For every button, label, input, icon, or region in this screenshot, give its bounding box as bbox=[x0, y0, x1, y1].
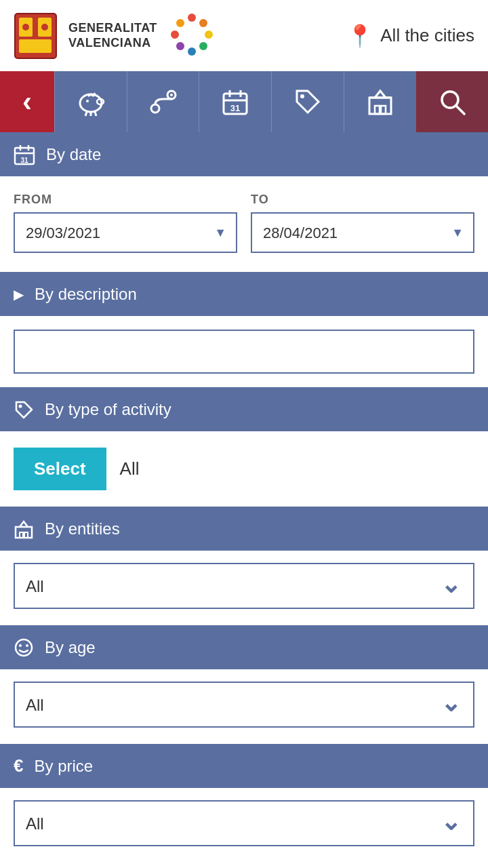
activity-select-button[interactable]: Select bbox=[14, 448, 106, 490]
by-age-label: By age bbox=[45, 638, 96, 657]
navbar: ‹ 31 bbox=[0, 71, 488, 132]
svg-point-11 bbox=[176, 42, 184, 50]
header: GENERALITAT VALENCIANA 📍 All the cities bbox=[0, 0, 488, 71]
from-label: FROM bbox=[14, 193, 237, 207]
building-icon bbox=[365, 87, 395, 117]
svg-point-41 bbox=[19, 404, 22, 408]
by-entities-label: By entities bbox=[45, 519, 120, 538]
by-date-header: 31 By date bbox=[0, 132, 488, 176]
nav-calendar-button[interactable]: 31 bbox=[199, 71, 271, 132]
svg-point-13 bbox=[176, 19, 184, 27]
nav-entities-button[interactable] bbox=[344, 71, 416, 132]
svg-point-6 bbox=[188, 14, 196, 22]
by-activity-header: By type of activity bbox=[0, 387, 488, 431]
calendar-icon: 31 bbox=[220, 87, 250, 117]
activity-tag-icon bbox=[14, 399, 34, 420]
price-select[interactable]: All bbox=[14, 800, 474, 846]
cities-label: All the cities bbox=[380, 25, 474, 46]
to-label: TO bbox=[251, 193, 474, 207]
entities-dropdown-section: All bbox=[0, 551, 488, 625]
activity-row: Select All bbox=[14, 448, 474, 490]
svg-line-17 bbox=[85, 112, 87, 116]
by-entities-header: By entities bbox=[0, 507, 488, 551]
search-icon bbox=[437, 87, 467, 117]
from-date-select[interactable]: 29/03/2021 bbox=[14, 212, 237, 253]
date-section-icon: 31 bbox=[14, 144, 35, 165]
svg-text:31: 31 bbox=[20, 157, 28, 164]
svg-point-8 bbox=[205, 31, 213, 39]
svg-point-16 bbox=[86, 100, 89, 102]
svg-point-46 bbox=[19, 644, 22, 647]
entities-dropdown-wrap: All bbox=[14, 563, 474, 609]
logo-coat-icon bbox=[14, 12, 58, 60]
by-description-label: By description bbox=[35, 285, 137, 304]
svg-rect-32 bbox=[381, 106, 386, 114]
by-price-label: By price bbox=[34, 757, 93, 776]
entities-building-icon bbox=[14, 519, 34, 539]
date-row: FROM 29/03/2021 TO 28/04/2021 bbox=[14, 193, 474, 253]
svg-point-21 bbox=[151, 104, 159, 113]
svg-line-35 bbox=[456, 106, 464, 114]
svg-point-4 bbox=[22, 24, 29, 31]
nav-budget-button[interactable] bbox=[54, 71, 127, 132]
location-pin-icon: 📍 bbox=[346, 23, 373, 49]
header-right: 📍 All the cities bbox=[346, 23, 474, 49]
price-dropdown-section: All bbox=[0, 788, 488, 863]
svg-text:31: 31 bbox=[230, 103, 240, 113]
header-left: GENERALITAT VALENCIANA bbox=[14, 12, 216, 60]
description-arrow-icon: ▶ bbox=[14, 286, 24, 302]
svg-point-15 bbox=[97, 99, 104, 104]
svg-line-19 bbox=[95, 112, 96, 116]
svg-point-5 bbox=[41, 24, 48, 31]
from-date-wrap: 29/03/2021 bbox=[14, 212, 237, 253]
by-activity-label: By type of activity bbox=[45, 400, 171, 419]
svg-point-9 bbox=[199, 42, 207, 50]
svg-point-7 bbox=[199, 19, 207, 27]
from-col: FROM 29/03/2021 bbox=[14, 193, 237, 253]
search-section: SEARCH bbox=[0, 863, 488, 868]
by-price-header: € By price bbox=[0, 744, 488, 788]
logo-line1: GENERALITAT bbox=[68, 21, 157, 36]
age-smiley-icon bbox=[14, 637, 34, 658]
age-select[interactable]: All bbox=[14, 682, 474, 728]
svg-point-29 bbox=[300, 94, 304, 98]
activity-section: Select All bbox=[0, 431, 488, 507]
price-dropdown-wrap: All bbox=[14, 800, 474, 846]
activity-all-label: All bbox=[120, 458, 140, 479]
nav-search-button[interactable] bbox=[415, 71, 488, 132]
by-date-label: By date bbox=[46, 145, 101, 164]
route-icon bbox=[148, 87, 178, 117]
svg-rect-3 bbox=[19, 39, 52, 53]
svg-point-47 bbox=[26, 644, 28, 647]
to-date-select[interactable]: 28/04/2021 bbox=[251, 212, 474, 253]
nav-tag-button[interactable] bbox=[271, 71, 344, 132]
description-input[interactable] bbox=[14, 330, 474, 374]
age-dropdown-wrap: All bbox=[14, 682, 474, 728]
by-age-header: By age bbox=[0, 625, 488, 669]
description-section bbox=[0, 316, 488, 387]
svg-point-14 bbox=[80, 94, 102, 112]
to-date-wrap: 28/04/2021 bbox=[251, 212, 474, 253]
nav-route-button[interactable] bbox=[127, 71, 199, 132]
svg-point-10 bbox=[188, 47, 196, 56]
svg-point-45 bbox=[16, 639, 32, 656]
date-section: FROM 29/03/2021 TO 28/04/2021 bbox=[0, 176, 488, 272]
by-description-header: ▶ By description bbox=[0, 272, 488, 316]
svg-point-12 bbox=[171, 31, 179, 39]
back-button[interactable]: ‹ bbox=[0, 71, 54, 132]
to-col: TO 28/04/2021 bbox=[251, 193, 474, 253]
dots-logo-icon bbox=[168, 12, 216, 60]
age-dropdown-section: All bbox=[0, 669, 488, 744]
tag-icon bbox=[293, 87, 323, 117]
piggy-bank-icon bbox=[76, 87, 106, 117]
logo-text: GENERALITAT VALENCIANA bbox=[68, 21, 157, 50]
entities-select[interactable]: All bbox=[14, 563, 474, 609]
back-icon: ‹ bbox=[22, 85, 32, 118]
logo-line2: VALENCIANA bbox=[68, 36, 157, 51]
price-euro-icon: € bbox=[14, 755, 23, 776]
svg-rect-31 bbox=[375, 106, 380, 114]
svg-point-23 bbox=[170, 94, 173, 96]
